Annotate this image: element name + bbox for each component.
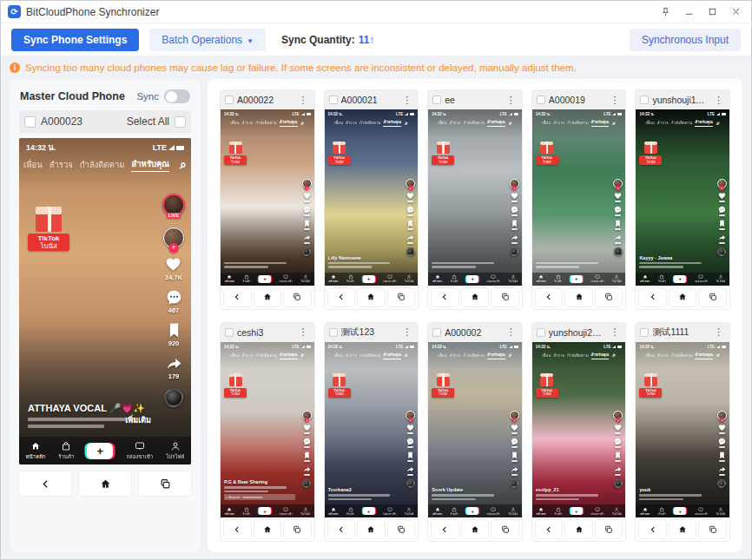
batch-operations-button[interactable]: Batch Operations▼ [149, 29, 266, 51]
card-checkbox[interactable] [432, 328, 441, 337]
home-button[interactable] [254, 288, 281, 306]
more-menu-icon[interactable]: ⋮ [400, 95, 413, 106]
more-menu-icon[interactable]: ⋮ [712, 95, 725, 106]
like-icon[interactable] [614, 192, 622, 202]
home-button[interactable] [565, 520, 592, 538]
tiktok-nav-shop[interactable]: ร้านค้า [242, 507, 250, 516]
sync-phone-settings-button[interactable]: Sync Phone Settings [11, 29, 139, 51]
sync-toggle[interactable] [164, 89, 190, 103]
tiktok-create-button[interactable]: + [363, 507, 375, 515]
tiktok-bonus-badge[interactable]: TikTokโบนัส [432, 144, 454, 165]
creator-avatar[interactable] [717, 179, 727, 188]
music-disc-icon[interactable] [614, 247, 623, 256]
tiktok-nav-home[interactable]: หน้าหลัก [640, 507, 650, 516]
tiktok-nav-inbox[interactable]: กล่องขาเข้า [279, 507, 292, 516]
tiktok-nav-inbox[interactable]: กล่องขาเข้า [487, 274, 500, 283]
share-icon[interactable] [511, 465, 518, 476]
comment-icon[interactable] [511, 438, 518, 448]
music-disc-icon[interactable] [614, 479, 623, 488]
more-menu-icon[interactable]: ⋮ [505, 326, 518, 338]
tiktok-nav-shop[interactable]: ร้านค้า [451, 507, 458, 516]
share-icon[interactable] [718, 234, 726, 244]
back-button[interactable] [328, 520, 355, 538]
tiktok-nav-home[interactable]: หน้าหลัก [225, 274, 234, 283]
recents-button[interactable] [491, 520, 518, 538]
tiktok-bonus-badge[interactable]: TikTokโบนัส [432, 377, 454, 398]
bookmark-icon[interactable] [718, 451, 726, 462]
music-disc-icon[interactable] [717, 247, 726, 256]
tiktok-create-button[interactable]: + [674, 275, 686, 283]
master-checkbox[interactable] [24, 116, 36, 128]
tiktok-bonus-badge[interactable]: TikTokโบนัส [328, 144, 351, 165]
tiktok-create-button[interactable]: + [466, 275, 478, 283]
music-disc-icon[interactable] [510, 247, 518, 256]
music-disc-icon[interactable] [164, 388, 183, 407]
more-menu-icon[interactable]: ⋮ [712, 326, 725, 338]
creator-avatar[interactable] [717, 411, 727, 420]
back-button[interactable] [224, 288, 251, 306]
tiktok-nav-inbox[interactable]: กล่องขาเข้า [487, 507, 500, 516]
tiktok-nav-profile[interactable]: โปรไฟล์ [508, 507, 518, 516]
tiktok-bonus-badge[interactable]: TikTokโบนัส [328, 377, 351, 398]
like-icon[interactable] [614, 424, 622, 434]
video-search-pill[interactable]: ⌕ Search · monetization [224, 494, 295, 500]
tiktok-create-button[interactable]: + [571, 275, 583, 283]
like-icon[interactable] [511, 424, 518, 434]
back-button[interactable] [432, 520, 458, 538]
home-button[interactable] [565, 288, 592, 306]
phone-screen[interactable]: 14:32 น. LTE เพื่อนสำรวจกำลังติดตามสำหรั… [325, 342, 419, 518]
more-menu-icon[interactable]: ⋮ [608, 95, 621, 106]
comment-icon[interactable]: 467 [166, 289, 182, 314]
creator-avatar[interactable] [613, 179, 623, 188]
bookmark-icon[interactable]: 920 [166, 322, 182, 347]
tiktok-nav-profile[interactable]: โปรไฟล์ [716, 274, 726, 283]
bookmark-icon[interactable] [303, 451, 311, 462]
tiktok-nav-shop[interactable]: ร้านค้า [58, 441, 74, 461]
like-icon[interactable] [303, 424, 311, 434]
tiktok-nav-home[interactable]: หน้าหลัก [432, 507, 442, 516]
tiktok-nav-shop[interactable]: ร้านค้า [658, 507, 666, 516]
tiktok-bonus-badge[interactable]: TikTokโบนัส [224, 144, 247, 165]
like-icon[interactable]: 24.7K [165, 256, 182, 281]
comment-icon[interactable] [718, 206, 726, 216]
tiktok-nav-profile[interactable]: โปรไฟล์ [405, 274, 414, 283]
tiktok-nav-profile[interactable]: โปรไฟล์ [508, 274, 518, 283]
live-avatar[interactable]: LIVE [162, 194, 185, 216]
tiktok-bonus-badge[interactable]: TikTokโบนัส [224, 377, 247, 398]
music-disc-icon[interactable] [717, 479, 726, 488]
tiktok-nav-profile[interactable]: โปรไฟล์ [405, 507, 414, 516]
back-button[interactable] [639, 520, 666, 538]
like-icon[interactable] [303, 192, 311, 202]
feed-tabs[interactable]: เพื่อนสำรวจกำลังติดตามสำหรับคุณ⌕ [428, 352, 522, 359]
back-button[interactable] [536, 288, 563, 306]
tiktok-nav-profile[interactable]: โปรไฟล์ [612, 507, 622, 516]
bookmark-icon[interactable] [406, 220, 414, 230]
tiktok-nav-home[interactable]: หน้าหลัก [432, 274, 442, 283]
back-button[interactable] [432, 288, 458, 306]
share-icon[interactable] [614, 465, 622, 476]
creator-avatar[interactable] [510, 411, 519, 420]
tiktok-nav-home[interactable]: หน้าหลัก [328, 274, 338, 283]
share-icon[interactable] [303, 234, 311, 244]
music-disc-icon[interactable] [406, 479, 415, 488]
tiktok-nav-profile[interactable]: โปรไฟล์ [166, 441, 184, 461]
home-button[interactable] [254, 520, 281, 538]
tiktok-nav-profile[interactable]: โปรไฟล์ [300, 274, 310, 283]
feed-tabs[interactable]: เพื่อนสำรวจกำลังติดตามสำหรับคุณ⌕ [428, 119, 522, 127]
tiktok-nav-shop[interactable]: ร้านค้า [451, 274, 458, 283]
tiktok-bonus-badge[interactable]: TikTokโบนัส [28, 213, 69, 251]
recents-button[interactable] [699, 520, 726, 538]
tiktok-nav-inbox[interactable]: กล่องขาเข้า [590, 507, 604, 516]
recents-button[interactable] [699, 288, 726, 306]
feed-tabs[interactable]: เพื่อนสำรวจกำลังติดตามสำหรับคุณ⌕ [636, 352, 729, 359]
tiktok-nav-shop[interactable]: ร้านค้า [554, 274, 562, 283]
comment-icon[interactable] [718, 438, 726, 448]
recents-button[interactable] [596, 288, 623, 306]
maximize-icon[interactable] [708, 7, 717, 16]
tiktok-nav-inbox[interactable]: กล่องขาเข้า [126, 441, 153, 461]
more-menu-icon[interactable]: ⋮ [400, 326, 413, 338]
phone-screen[interactable]: 14:32 น. LTE เพื่อนสำรวจกำลังติดตามสำหรั… [532, 109, 626, 286]
creator-avatar[interactable] [406, 179, 415, 188]
like-icon[interactable] [406, 424, 414, 434]
feed-tabs[interactable]: เพื่อนสำรวจกำลังติดตามสำหรับคุณ⌕ [325, 119, 419, 127]
